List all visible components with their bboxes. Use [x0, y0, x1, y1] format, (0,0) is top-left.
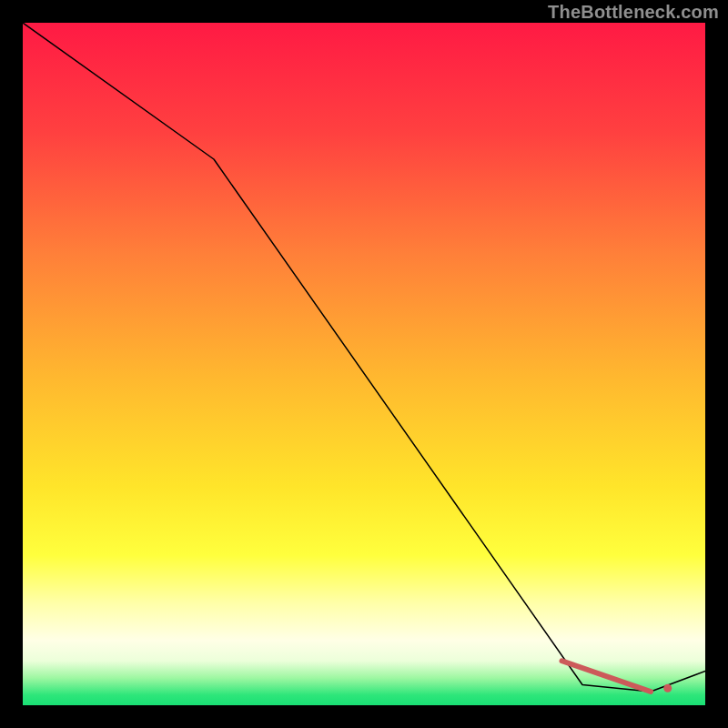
chart-stage: TheBottleneck.com: [0, 0, 728, 728]
line-layer: [23, 23, 705, 705]
series-curve: [23, 23, 705, 692]
plot-area: [23, 23, 705, 705]
attribution-text: TheBottleneck.com: [548, 2, 719, 23]
marker-highlight-dot: [663, 684, 672, 693]
